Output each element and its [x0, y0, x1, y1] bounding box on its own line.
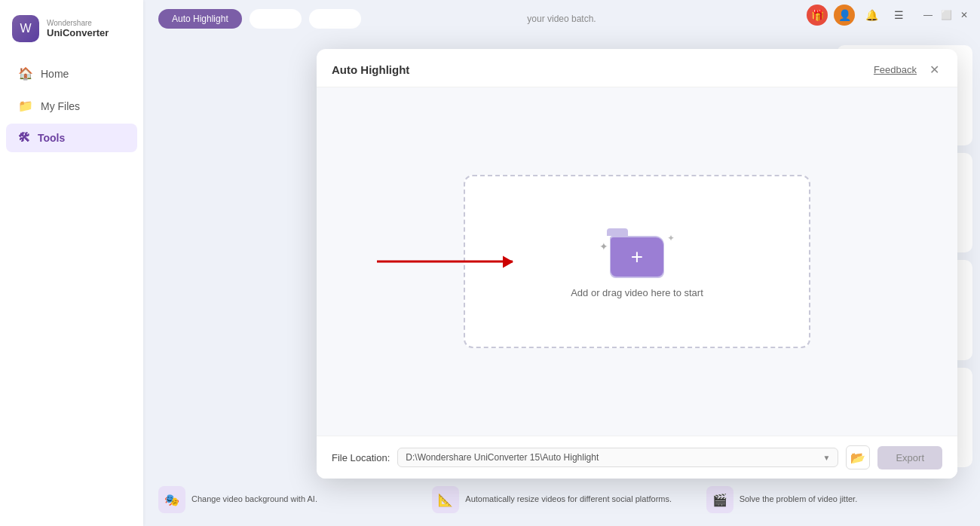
modal-title: Auto Highlight	[332, 63, 409, 76]
sidebar-item-home-label: Home	[41, 68, 69, 80]
logo-area: W Wondershare UniConverter	[0, 8, 143, 57]
resize-tool-text: Automatically resize videos for differen…	[465, 494, 672, 505]
drop-zone-text: Add or drag video here to start	[571, 287, 703, 298]
user-avatar[interactable]: 👤	[834, 5, 855, 26]
jitter-tool-text: Solve the problem of video jitter.	[740, 494, 858, 505]
product-name: UniConverter	[47, 27, 109, 38]
sidebar-item-my-files[interactable]: 📁 My Files	[6, 91, 137, 121]
close-button[interactable]: ✕	[957, 8, 971, 22]
window-controls: — ⬜ ✕	[921, 8, 971, 22]
menu-icon[interactable]: ☰	[888, 5, 909, 26]
sparkle-right-icon: ✦	[667, 233, 675, 243]
sidebar-item-tools[interactable]: 🛠 Tools	[6, 124, 137, 152]
modal-close-button[interactable]: ✕	[926, 61, 942, 78]
bottom-tool-bg[interactable]: 🎭 Change video background with AI.	[158, 486, 417, 513]
folder-main: +	[611, 237, 663, 277]
sidebar-item-home[interactable]: 🏠 Home	[6, 59, 137, 88]
modal-header-right: Feedback ✕	[874, 61, 942, 78]
modal-body: + ✦ ✦ Add or drag video here to start	[317, 87, 957, 436]
resize-tool-icon: 📐	[432, 486, 459, 513]
chevron-down-icon: ▼	[823, 454, 831, 462]
jitter-tool-icon: 🎬	[706, 486, 733, 513]
brand-name: Wondershare	[47, 19, 109, 27]
drop-zone[interactable]: + ✦ ✦ Add or drag video here to start	[464, 175, 810, 348]
bg-tool-icon: 🎭	[158, 486, 185, 513]
bg-tool-text: Change video background with AI.	[191, 494, 317, 505]
sidebar-item-tools-label: Tools	[38, 132, 65, 144]
auto-highlight-modal: Auto Highlight Feedback ✕ + ✦	[317, 49, 957, 479]
logo-text: Wondershare UniConverter	[47, 19, 109, 38]
bell-icon[interactable]: 🔔	[861, 5, 882, 26]
modal-header: Auto Highlight Feedback ✕	[317, 49, 957, 87]
file-browse-button[interactable]: 📂	[846, 445, 870, 469]
modal-footer: File Location: D:\Wondershare UniConvert…	[317, 436, 957, 479]
app-logo-icon: W	[12, 15, 39, 42]
sidebar: W Wondershare UniConverter 🏠 Home 📁 My F…	[0, 0, 143, 526]
bottom-tools-strip: 🎭 Change video background with AI. 📐 Aut…	[143, 473, 980, 526]
feedback-link[interactable]: Feedback	[874, 64, 917, 75]
bottom-tool-resize[interactable]: 📐 Automatically resize videos for differ…	[432, 486, 691, 513]
file-path-text: D:\Wondershare UniConverter 15\Auto High…	[406, 452, 818, 463]
file-location-label: File Location:	[332, 452, 390, 463]
tools-icon: 🛠	[18, 131, 30, 145]
maximize-button[interactable]: ⬜	[939, 8, 953, 22]
sparkle-left-icon: ✦	[599, 240, 608, 252]
sidebar-item-files-label: My Files	[41, 100, 80, 112]
folder-plus-icon: +	[631, 246, 643, 268]
top-bar: 🎁 👤 🔔 ☰ — ⬜ ✕	[143, 0, 980, 30]
folder-tab	[607, 228, 628, 236]
arrow-line	[377, 261, 513, 263]
file-path-input[interactable]: D:\Wondershare UniConverter 15\Auto High…	[397, 448, 838, 467]
files-icon: 📁	[18, 99, 33, 113]
export-button[interactable]: Export	[877, 446, 942, 469]
minimize-button[interactable]: —	[921, 8, 935, 22]
gift-icon[interactable]: 🎁	[807, 5, 828, 26]
arrow-container	[377, 261, 513, 263]
bottom-tool-jitter[interactable]: 🎬 Solve the problem of video jitter.	[706, 486, 965, 513]
main-area: 🎁 👤 🔔 ☰ — ⬜ ✕ Auto Highlight your video …	[143, 0, 980, 526]
home-icon: 🏠	[18, 66, 33, 81]
folder-icon-wrap: + ✦ ✦	[607, 225, 667, 278]
